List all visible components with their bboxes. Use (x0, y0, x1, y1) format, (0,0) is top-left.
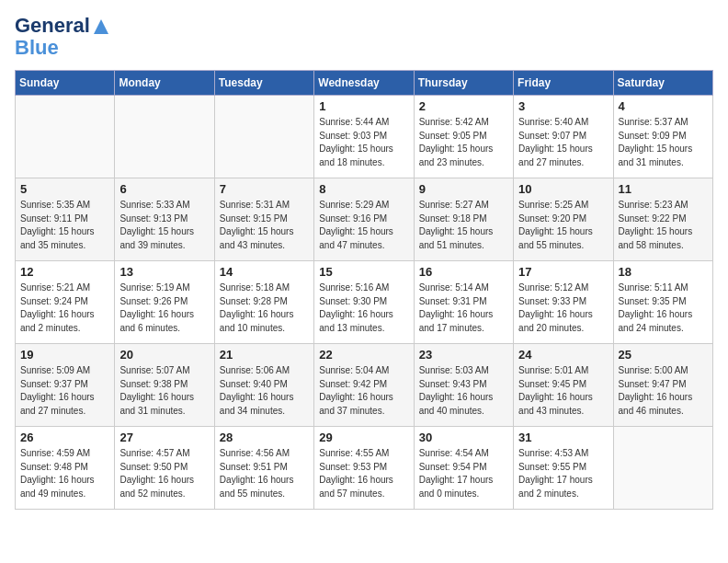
svg-marker-0 (94, 19, 108, 34)
calendar-cell: 13Sunrise: 5:19 AM Sunset: 9:26 PM Dayli… (115, 261, 214, 344)
calendar-cell: 7Sunrise: 5:31 AM Sunset: 9:15 PM Daylig… (214, 178, 313, 261)
calendar-cell: 3Sunrise: 5:40 AM Sunset: 9:07 PM Daylig… (514, 96, 613, 178)
calendar-cell: 31Sunrise: 4:53 AM Sunset: 9:55 PM Dayli… (514, 427, 613, 510)
day-number: 25 (619, 348, 708, 362)
weekday-header-tuesday: Tuesday (214, 71, 313, 96)
day-info: Sunrise: 4:59 AM Sunset: 9:48 PM Dayligh… (20, 447, 109, 500)
day-number: 14 (220, 265, 309, 279)
day-number: 13 (119, 265, 209, 279)
day-info: Sunrise: 5:27 AM Sunset: 9:18 PM Dayligh… (419, 199, 508, 252)
day-info: Sunrise: 5:35 AM Sunset: 9:11 PM Dayligh… (20, 199, 109, 252)
day-number: 15 (319, 265, 408, 279)
day-info: Sunrise: 5:14 AM Sunset: 9:31 PM Dayligh… (419, 282, 508, 335)
day-info: Sunrise: 5:33 AM Sunset: 9:13 PM Dayligh… (119, 199, 209, 252)
day-info: Sunrise: 5:44 AM Sunset: 9:03 PM Dayligh… (319, 116, 408, 169)
calendar-cell: 8Sunrise: 5:29 AM Sunset: 9:16 PM Daylig… (314, 178, 414, 261)
day-number: 29 (319, 431, 408, 444)
day-info: Sunrise: 5:18 AM Sunset: 9:28 PM Dayligh… (220, 282, 309, 335)
day-number: 6 (119, 182, 209, 196)
calendar-cell: 17Sunrise: 5:12 AM Sunset: 9:33 PM Dayli… (514, 261, 613, 344)
day-number: 23 (419, 348, 508, 362)
day-info: Sunrise: 5:37 AM Sunset: 9:09 PM Dayligh… (619, 116, 708, 169)
calendar-cell: 26Sunrise: 4:59 AM Sunset: 9:48 PM Dayli… (16, 427, 115, 510)
day-info: Sunrise: 5:03 AM Sunset: 9:43 PM Dayligh… (419, 364, 508, 418)
day-number: 10 (518, 182, 608, 196)
calendar-cell: 24Sunrise: 5:01 AM Sunset: 9:45 PM Dayli… (514, 344, 613, 427)
day-number: 7 (220, 182, 309, 196)
day-number: 1 (319, 99, 408, 113)
calendar-cell: 2Sunrise: 5:42 AM Sunset: 9:05 PM Daylig… (414, 96, 513, 178)
day-number: 19 (20, 348, 109, 362)
day-number: 8 (319, 182, 408, 196)
weekday-header-thursday: Thursday (414, 71, 513, 96)
calendar-cell: 14Sunrise: 5:18 AM Sunset: 9:28 PM Dayli… (214, 261, 313, 344)
calendar-cell: 12Sunrise: 5:21 AM Sunset: 9:24 PM Dayli… (16, 261, 115, 344)
day-info: Sunrise: 5:12 AM Sunset: 9:33 PM Dayligh… (518, 282, 608, 335)
day-info: Sunrise: 5:23 AM Sunset: 9:22 PM Dayligh… (619, 199, 708, 252)
day-info: Sunrise: 5:04 AM Sunset: 9:42 PM Dayligh… (319, 364, 408, 418)
day-info: Sunrise: 4:55 AM Sunset: 9:53 PM Dayligh… (319, 447, 408, 500)
day-number: 2 (419, 99, 508, 113)
day-number: 30 (419, 431, 508, 444)
day-number: 4 (619, 99, 708, 113)
day-number: 9 (419, 182, 508, 196)
calendar-cell: 6Sunrise: 5:33 AM Sunset: 9:13 PM Daylig… (115, 178, 214, 261)
weekday-header-friday: Friday (514, 71, 613, 96)
calendar-cell: 29Sunrise: 4:55 AM Sunset: 9:53 PM Dayli… (314, 427, 414, 510)
calendar-cell: 21Sunrise: 5:06 AM Sunset: 9:40 PM Dayli… (214, 344, 313, 427)
calendar-cell: 5Sunrise: 5:35 AM Sunset: 9:11 PM Daylig… (16, 178, 115, 261)
day-number: 21 (220, 348, 309, 362)
calendar-cell: 23Sunrise: 5:03 AM Sunset: 9:43 PM Dayli… (414, 344, 513, 427)
day-info: Sunrise: 5:11 AM Sunset: 9:35 PM Dayligh… (619, 282, 708, 335)
day-number: 3 (518, 99, 608, 113)
calendar-cell: 1Sunrise: 5:44 AM Sunset: 9:03 PM Daylig… (314, 96, 414, 178)
day-info: Sunrise: 4:53 AM Sunset: 9:55 PM Dayligh… (518, 447, 608, 500)
day-number: 28 (220, 431, 309, 444)
day-number: 22 (319, 348, 408, 362)
calendar-cell (115, 96, 214, 178)
calendar-cell: 25Sunrise: 5:00 AM Sunset: 9:47 PM Dayli… (613, 344, 712, 427)
day-info: Sunrise: 4:57 AM Sunset: 9:50 PM Dayligh… (119, 447, 209, 500)
calendar-cell: 16Sunrise: 5:14 AM Sunset: 9:31 PM Dayli… (414, 261, 513, 344)
day-info: Sunrise: 5:21 AM Sunset: 9:24 PM Dayligh… (20, 282, 109, 335)
day-number: 26 (20, 431, 109, 444)
calendar-cell: 20Sunrise: 5:07 AM Sunset: 9:38 PM Dayli… (115, 344, 214, 427)
day-info: Sunrise: 5:00 AM Sunset: 9:47 PM Dayligh… (619, 364, 708, 418)
logo-text: General Blue (15, 15, 110, 59)
calendar-table: SundayMondayTuesdayWednesdayThursdayFrid… (15, 70, 713, 510)
day-number: 27 (119, 431, 209, 444)
day-info: Sunrise: 5:31 AM Sunset: 9:15 PM Dayligh… (220, 199, 309, 252)
weekday-header-sunday: Sunday (16, 71, 115, 96)
calendar-cell: 27Sunrise: 4:57 AM Sunset: 9:50 PM Dayli… (115, 427, 214, 510)
day-info: Sunrise: 4:56 AM Sunset: 9:51 PM Dayligh… (220, 447, 309, 500)
calendar-cell: 9Sunrise: 5:27 AM Sunset: 9:18 PM Daylig… (414, 178, 513, 261)
weekday-header-monday: Monday (115, 71, 214, 96)
day-number: 31 (518, 431, 608, 444)
logo: General Blue (15, 15, 110, 59)
day-info: Sunrise: 5:42 AM Sunset: 9:05 PM Dayligh… (419, 116, 508, 169)
page-header: General Blue (15, 15, 713, 59)
day-number: 16 (419, 265, 508, 279)
day-info: Sunrise: 5:19 AM Sunset: 9:26 PM Dayligh… (119, 282, 209, 335)
logo-blue: Blue (15, 36, 59, 59)
calendar-cell (214, 96, 313, 178)
day-number: 20 (119, 348, 209, 362)
day-info: Sunrise: 5:06 AM Sunset: 9:40 PM Dayligh… (220, 364, 309, 418)
day-info: Sunrise: 5:09 AM Sunset: 9:37 PM Dayligh… (20, 364, 109, 418)
day-number: 11 (619, 182, 708, 196)
calendar-cell: 30Sunrise: 4:54 AM Sunset: 9:54 PM Dayli… (414, 427, 513, 510)
calendar-cell: 28Sunrise: 4:56 AM Sunset: 9:51 PM Dayli… (214, 427, 313, 510)
logo-icon (92, 17, 110, 36)
day-number: 12 (20, 265, 109, 279)
day-number: 17 (518, 265, 608, 279)
weekday-header-saturday: Saturday (613, 71, 712, 96)
day-info: Sunrise: 5:25 AM Sunset: 9:20 PM Dayligh… (518, 199, 608, 252)
day-number: 18 (619, 265, 708, 279)
calendar-cell: 18Sunrise: 5:11 AM Sunset: 9:35 PM Dayli… (613, 261, 712, 344)
calendar-cell: 11Sunrise: 5:23 AM Sunset: 9:22 PM Dayli… (613, 178, 712, 261)
day-info: Sunrise: 4:54 AM Sunset: 9:54 PM Dayligh… (419, 447, 508, 500)
day-info: Sunrise: 5:40 AM Sunset: 9:07 PM Dayligh… (518, 116, 608, 169)
calendar-cell (613, 427, 712, 510)
day-info: Sunrise: 5:07 AM Sunset: 9:38 PM Dayligh… (119, 364, 209, 418)
calendar-cell: 15Sunrise: 5:16 AM Sunset: 9:30 PM Dayli… (314, 261, 414, 344)
